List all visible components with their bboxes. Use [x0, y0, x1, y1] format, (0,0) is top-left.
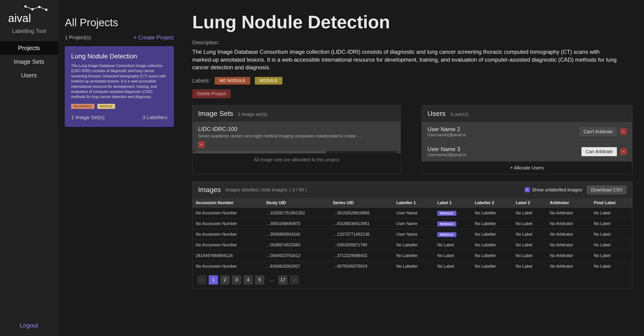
svg-line-6: [40, 7, 46, 10]
svg-line-5: [32, 7, 40, 9]
user-item[interactable]: User Name 3 Username3@aival.io Can Arbit…: [422, 142, 632, 162]
cell-labeller2: No Labeller: [472, 261, 512, 272]
image-sets-footer: All image sets are allocated to this pro…: [192, 154, 400, 166]
cell-label1: NODULE: [434, 218, 472, 229]
page-number-button[interactable]: 1: [209, 275, 218, 284]
table-row[interactable]: No Accession Number …3091048690870 …8319…: [192, 218, 632, 229]
table-row[interactable]: No Accession Number …153281751961352 …36…: [192, 208, 632, 218]
checkbox-icon: ✓: [525, 187, 530, 192]
cell-series-uid: …6575045076919: [330, 261, 393, 272]
description-label: Description:: [192, 40, 632, 46]
scroll-thumb[interactable]: [192, 151, 326, 154]
project-count: 1 Project(s): [65, 34, 91, 40]
column-header[interactable]: Study UID: [263, 198, 330, 208]
image-set-item[interactable]: LIDC-IDRC-100 Seven academic centers and…: [192, 122, 400, 151]
table-row[interactable]: No Accession Number …6340818362827 …6575…: [192, 261, 632, 272]
cell-arbitrator: No Arbitrator: [546, 218, 590, 229]
label-chip-nodule: NODULE: [437, 232, 456, 237]
column-header[interactable]: Accession Number: [192, 198, 263, 208]
project-card-badges: NO NODULE NODULE: [71, 104, 168, 109]
column-header[interactable]: Label 1: [434, 198, 472, 208]
page-next-button[interactable]: ›: [290, 275, 299, 284]
users-count: 3 user(s): [450, 112, 468, 117]
user-item[interactable]: User Name 2 Username2@aival.io Can't Arb…: [422, 122, 632, 142]
column-header[interactable]: Arbitrator: [546, 198, 590, 208]
project-card-footer: 1 Image Set(s) 3 Labellers: [71, 114, 168, 120]
cell-accession: No Accession Number: [192, 218, 263, 229]
cell-series-uid: …0301835871780: [330, 240, 393, 250]
image-sets-panel: Image Sets 1 image set(s) LIDC-IDRC-100 …: [192, 105, 401, 174]
cell-labeller2: No Labeller: [472, 240, 512, 250]
page-ellipsis: …: [267, 275, 276, 284]
download-csv-button[interactable]: Download CSV: [587, 186, 627, 194]
label-chip-nodule: NODULE: [437, 211, 456, 216]
cell-series-uid: …83198036913951: [330, 218, 393, 229]
cell-arbitrator: No Arbitrator: [546, 250, 590, 261]
labels-label: Labels:: [192, 78, 210, 84]
nav-users[interactable]: Users: [0, 68, 58, 82]
page-number-button[interactable]: 3: [232, 275, 241, 284]
image-set-desc: Seven academic centers and eight medical…: [198, 134, 395, 138]
column-header[interactable]: Labeller 2: [472, 198, 512, 208]
cell-label2: No Label: [512, 261, 546, 272]
horizontal-scrollbar[interactable]: ◂ ▸: [192, 151, 400, 154]
projects-header-row: 1 Project(s) + Create Project: [65, 34, 174, 41]
logout-link[interactable]: Logout: [0, 315, 58, 336]
column-header[interactable]: Final Label: [590, 198, 632, 208]
cell-label2: No Label: [512, 218, 546, 229]
cell-label1: No Label: [434, 261, 472, 272]
table-row[interactable]: No Accession Number …0038674523383 …0301…: [192, 240, 632, 250]
logo-subtitle: Labelling Tool: [12, 28, 46, 34]
cell-accession: No Accession Number: [192, 261, 263, 272]
cell-study-uid: …153281751961352: [263, 208, 330, 218]
remove-user-button[interactable]: −: [620, 148, 627, 155]
page-number-button[interactable]: 4: [244, 275, 253, 284]
cell-labeller2: No Labeller: [472, 208, 512, 218]
tag-no-nodule: NO NODULE: [215, 77, 250, 84]
user-name: User Name 3: [428, 146, 466, 152]
nav-projects[interactable]: Projects: [0, 41, 58, 55]
cell-arbitrator: No Arbitrator: [546, 240, 590, 250]
allocate-users-button[interactable]: + Allocate Users: [422, 162, 632, 174]
arbitrate-button[interactable]: Can't Arbitrate: [579, 127, 617, 136]
cell-accession: No Accession Number: [192, 208, 263, 218]
user-controls: Can't Arbitrate −: [579, 127, 627, 136]
cell-final-label: No Label: [590, 250, 632, 261]
remove-image-set-button[interactable]: −: [198, 141, 204, 148]
create-project-button[interactable]: + Create Project: [134, 34, 174, 41]
show-unlabelled-toggle[interactable]: ✓ Show unlabelled images: [525, 187, 582, 192]
remove-user-button[interactable]: −: [620, 128, 627, 135]
nav-image-sets[interactable]: Image Sets: [0, 55, 58, 68]
badge-no-nodule: NO NODULE: [71, 104, 94, 109]
all-projects-title: All Projects: [65, 16, 174, 29]
page-number-button[interactable]: 2: [220, 275, 230, 284]
page-prev-button[interactable]: ‹: [197, 275, 206, 284]
logo-icon: aival: [8, 5, 50, 26]
table-row[interactable]: 2819497684894126 …0004923763412 …3712229…: [192, 250, 632, 261]
table-row[interactable]: No Accession Number …3506865604242 …1337…: [192, 229, 632, 240]
scroll-right-icon[interactable]: ▸: [397, 151, 400, 154]
image-sets-header: Image Sets 1 image set(s): [192, 106, 400, 122]
page-number-button[interactable]: 5: [255, 275, 264, 284]
column-header[interactable]: Series UID: [330, 198, 393, 208]
arbitrate-button[interactable]: Can Arbitrate: [582, 147, 617, 156]
page-number-button[interactable]: 17: [278, 275, 288, 284]
table-body: No Accession Number …153281751961352 …36…: [192, 208, 632, 272]
cell-label2: No Label: [512, 229, 546, 240]
cell-study-uid: …0004923763412: [263, 250, 330, 261]
nav: Projects Image Sets Users: [0, 41, 58, 315]
column-header[interactable]: Label 2: [512, 198, 546, 208]
detail-column: Lung Nodule Detection Description: The L…: [181, 0, 644, 336]
project-title: Lung Nodule Detection: [192, 12, 632, 33]
image-set-name: LIDC-IDRC-100: [198, 126, 395, 132]
panels-row: Image Sets 1 image set(s) LIDC-IDRC-100 …: [192, 105, 632, 174]
cell-study-uid: …6340818362827: [263, 261, 330, 272]
main-content: All Projects 1 Project(s) + Create Proje…: [58, 0, 644, 336]
user-info: User Name 2 Username2@aival.io: [428, 126, 466, 138]
scroll-left-icon[interactable]: ◂: [192, 151, 196, 154]
project-card[interactable]: Lung Nodule Detection The Lung Image Dat…: [65, 46, 174, 127]
delete-project-button[interactable]: Delete Project: [192, 89, 231, 98]
cell-final-label: No Label: [590, 218, 632, 229]
cell-labeller1: User Name: [393, 208, 434, 218]
column-header[interactable]: Labeller 1: [393, 198, 434, 208]
